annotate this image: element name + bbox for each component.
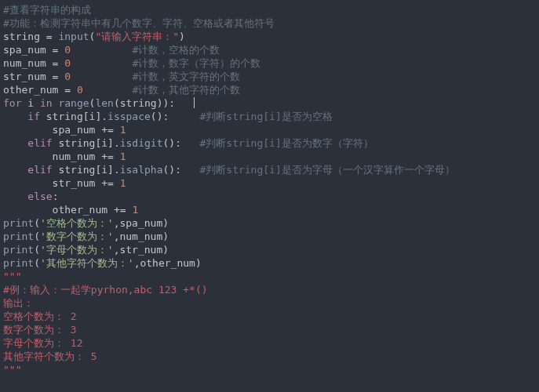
code-token: 1 (120, 151, 126, 162)
code-token: in (40, 97, 53, 109)
code-token: #判断string[i]是否为字母（一个汉字算作一个字母） (199, 164, 454, 176)
code-token: ,other_num) (134, 257, 202, 269)
code-token: print (3, 257, 34, 269)
code-token: 0 (77, 84, 83, 96)
code-token: elif (3, 137, 53, 149)
code-token: string (3, 31, 40, 42)
code-token: print (3, 217, 34, 229)
code-line: 其他字符个数为： 5 (3, 350, 97, 362)
code-token: ( (34, 230, 40, 242)
code-token: i (21, 97, 39, 109)
code-token: (): (151, 111, 200, 122)
code-token: print (3, 230, 34, 242)
code-token: '数字个数为：' (40, 230, 114, 242)
code-token: num_num (3, 57, 46, 69)
code-token: str_num += (3, 177, 120, 189)
code-token: print (3, 244, 34, 256)
code-token: spa_num += (3, 124, 120, 136)
code-token: = (46, 44, 64, 56)
code-token: '空格个数为：' (40, 217, 114, 229)
code-line: #查看字符串的构成 (3, 4, 91, 16)
code-token: range (58, 97, 89, 109)
code-token: #计数，其他字符的个数 (83, 84, 240, 96)
code-token: ) (179, 31, 185, 42)
code-token: #计数，空格的个数 (71, 44, 220, 56)
code-token: #判断string[i]是否为空格 (199, 111, 332, 122)
code-token: 0 (64, 57, 71, 69)
code-token: ,spa_num) (114, 217, 169, 229)
code-line: #功能：检测字符串中有几个数字、字符、空格或者其他符号 (3, 17, 275, 29)
code-token: 1 (120, 177, 126, 189)
code-token: len (95, 97, 113, 109)
code-token: isspace (107, 111, 151, 122)
code-token: = (58, 84, 76, 96)
code-token: string[i]. (53, 164, 120, 176)
code-token: = (40, 31, 58, 42)
code-token: (): (163, 137, 200, 149)
code-token: elif (3, 164, 53, 176)
code-token: isdigit (120, 137, 163, 149)
code-token: other_num (3, 84, 58, 96)
code-token: #计数，数字（字符）的个数 (71, 57, 260, 69)
code-token: #判断string[i]是否为数字（字符） (199, 137, 373, 149)
code-token: #计数，英文字符的个数 (71, 71, 240, 82)
code-token: other_num += (3, 204, 132, 216)
code-token: 0 (64, 44, 71, 56)
code-token: input (58, 31, 89, 42)
code-line: 空格个数为： 2 (3, 310, 77, 322)
code-token: ,num_num) (114, 230, 169, 242)
code-token: '字母个数为：' (40, 244, 114, 256)
code-token: 1 (132, 204, 138, 216)
code-token: str_num (3, 71, 46, 82)
code-token: num_num += (3, 151, 120, 162)
code-editor[interactable]: #查看字符串的构成 #功能：检测字符串中有几个数字、字符、空格或者其他符号 st… (0, 0, 539, 376)
code-line: 数字个数为： 3 (3, 324, 77, 336)
code-token: = (46, 57, 64, 69)
code-token: else (3, 191, 53, 202)
code-token: '其他字符个数为：' (40, 257, 134, 269)
code-token: isalpha (120, 164, 163, 176)
code-token: = (46, 71, 64, 82)
code-token: (): (163, 164, 200, 176)
code-token: for (3, 97, 21, 109)
text-cursor (194, 97, 195, 108)
code-token: (string)): (114, 97, 194, 109)
code-token: ( (34, 244, 40, 256)
code-token: if (3, 111, 40, 122)
code-token: 1 (120, 124, 126, 136)
code-token: ( (34, 217, 40, 229)
code-token: : (53, 191, 59, 202)
code-line: """ (3, 364, 21, 376)
code-token: string[i]. (40, 111, 107, 122)
code-token: 0 (64, 71, 71, 82)
code-token: string[i]. (53, 137, 120, 149)
code-token: spa_num (3, 44, 46, 56)
code-line: 输出： (3, 297, 34, 309)
code-line: 字母个数为： 12 (3, 337, 82, 349)
code-token: ( (34, 257, 40, 269)
code-line: """ (3, 270, 21, 282)
code-line: #例：输入：一起学pyrhon,abc 123 +*() (3, 284, 208, 296)
code-token: "请输入字符串：" (95, 31, 179, 42)
code-token: ,str_num) (114, 244, 169, 256)
